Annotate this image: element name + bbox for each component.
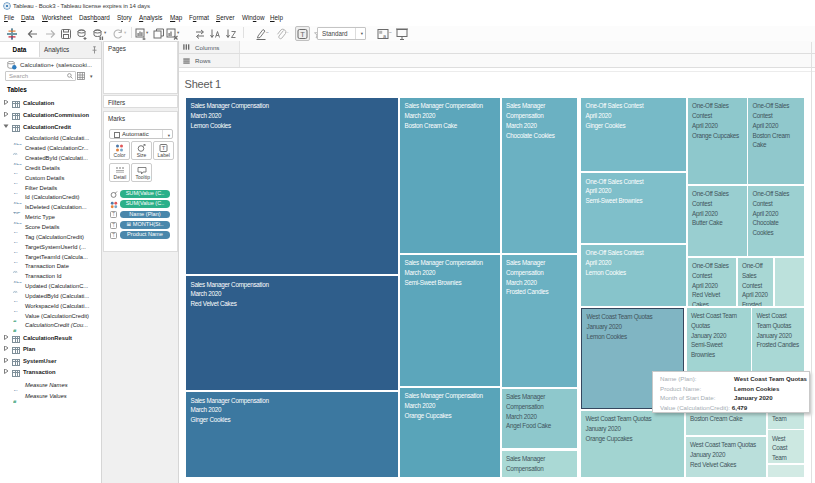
svg-text:T: T	[112, 233, 115, 238]
svg-text:T: T	[300, 30, 305, 39]
svg-text:T: T	[112, 223, 115, 228]
svg-text:T: T	[162, 145, 166, 151]
svg-text:a: a	[383, 33, 387, 39]
svg-text:T: T	[112, 212, 115, 217]
